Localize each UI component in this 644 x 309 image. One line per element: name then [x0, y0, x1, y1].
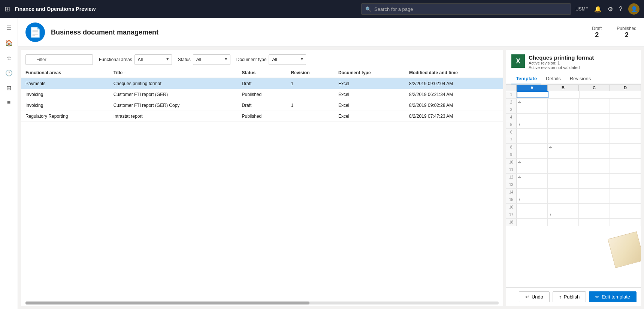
sheet-cell[interactable]: [610, 166, 641, 173]
tab-details[interactable]: Details: [541, 74, 565, 84]
sheet-cell[interactable]: [610, 114, 641, 121]
undo-button[interactable]: ↩ Undo: [519, 291, 550, 302]
sheet-cell[interactable]: [579, 189, 610, 196]
sidebar-item-home[interactable]: 🏠: [2, 36, 16, 50]
publish-button[interactable]: ↑ Publish: [553, 291, 586, 302]
sheet-cell[interactable]: [610, 204, 641, 211]
sheet-cell[interactable]: [610, 99, 641, 106]
sheet-cell[interactable]: [517, 91, 548, 98]
sheet-cell[interactable]: -/-: [548, 144, 579, 151]
sheet-cell[interactable]: [517, 189, 548, 196]
sheet-cell[interactable]: -/-: [517, 159, 548, 166]
table-row[interactable]: PaymentsCheques printing formatDraft1Exc…: [21, 78, 503, 89]
app-grid-icon[interactable]: ⊞: [4, 5, 10, 13]
status-select[interactable]: All: [193, 54, 230, 65]
sheet-cell[interactable]: [548, 151, 579, 158]
sheet-cell[interactable]: [548, 136, 579, 143]
sheet-cell[interactable]: [610, 219, 641, 226]
sheet-cell[interactable]: [579, 181, 610, 188]
sheet-cell[interactable]: [579, 211, 610, 218]
document-type-select[interactable]: All: [269, 54, 306, 65]
sheet-cell[interactable]: -/-: [517, 121, 548, 128]
sheet-cell[interactable]: [548, 174, 579, 181]
sheet-cell[interactable]: [579, 166, 610, 173]
table-row[interactable]: Regulatory ReportingIntrastat reportPubl…: [21, 111, 503, 122]
sheet-cell[interactable]: [610, 106, 641, 113]
settings-icon[interactable]: ⚙: [608, 6, 613, 13]
sheet-cell[interactable]: [548, 189, 579, 196]
tab-revisions[interactable]: Revisions: [565, 74, 595, 84]
sheet-cell[interactable]: [610, 211, 641, 218]
sheet-cell[interactable]: [548, 106, 579, 113]
avatar[interactable]: 👤: [628, 3, 640, 15]
sheet-cell[interactable]: [610, 151, 641, 158]
sheet-cell[interactable]: [580, 91, 610, 98]
sheet-cell[interactable]: [610, 144, 641, 151]
sheet-cell[interactable]: -/-: [548, 211, 579, 218]
sheet-cell[interactable]: [517, 211, 548, 218]
sheet-cell[interactable]: [610, 91, 641, 98]
sheet-cell[interactable]: [579, 106, 610, 113]
sheet-cell[interactable]: [548, 204, 579, 211]
sheet-cell[interactable]: [548, 99, 579, 106]
row-number: 3: [506, 106, 517, 113]
filter-input[interactable]: [25, 54, 93, 65]
sheet-cell[interactable]: [610, 121, 641, 128]
sheet-cell[interactable]: [517, 106, 548, 113]
help-icon[interactable]: ?: [619, 6, 622, 12]
sheet-cell[interactable]: [517, 144, 548, 151]
sheet-cell[interactable]: [579, 129, 610, 136]
sheet-cell[interactable]: [610, 189, 641, 196]
sheet-cell[interactable]: [579, 136, 610, 143]
sheet-cell[interactable]: [548, 159, 579, 166]
sheet-cell[interactable]: [610, 181, 641, 188]
table-row[interactable]: InvoicingCustomer FTI report (GER) CopyD…: [21, 100, 503, 111]
sheet-cell[interactable]: [517, 181, 548, 188]
sheet-cell[interactable]: -/-: [517, 99, 548, 106]
table-row[interactable]: InvoicingCustomer FTI report (GER)Publis…: [21, 89, 503, 100]
sheet-cell[interactable]: [579, 144, 610, 151]
sheet-cell[interactable]: [579, 196, 610, 203]
functional-areas-select[interactable]: All: [134, 54, 172, 65]
sheet-cell[interactable]: [548, 91, 579, 98]
sheet-cell[interactable]: [517, 151, 548, 158]
sheet-cell[interactable]: [548, 196, 579, 203]
sheet-cell[interactable]: -/-: [517, 174, 548, 181]
edit-template-button[interactable]: ✏ Edit template: [589, 291, 637, 302]
sheet-cell[interactable]: [548, 181, 579, 188]
sheet-cell[interactable]: [579, 159, 610, 166]
tab-template[interactable]: Template: [511, 74, 541, 84]
sheet-cell[interactable]: [517, 114, 548, 121]
sheet-cell[interactable]: [610, 129, 641, 136]
sheet-cell[interactable]: [548, 166, 579, 173]
sheet-cell[interactable]: [548, 114, 579, 121]
sheet-cell[interactable]: -/-: [517, 196, 548, 203]
sheet-cell[interactable]: [517, 204, 548, 211]
sheet-cell[interactable]: [579, 121, 610, 128]
sheet-cell[interactable]: [610, 174, 641, 181]
sidebar-item-workspaces[interactable]: ⊞: [2, 81, 16, 94]
sheet-cell[interactable]: [548, 219, 579, 226]
sheet-cell[interactable]: [579, 99, 610, 106]
sheet-cell[interactable]: [610, 136, 641, 143]
search-bar[interactable]: 🔍 Search for a page: [361, 3, 571, 15]
sidebar-item-menu[interactable]: ☰: [2, 21, 16, 34]
sheet-cell[interactable]: [579, 204, 610, 211]
sidebar-item-modules[interactable]: ≡: [2, 96, 16, 110]
sheet-cell[interactable]: [579, 219, 610, 226]
sheet-cell[interactable]: [579, 151, 610, 158]
table-scrollbar[interactable]: [25, 302, 499, 304]
sidebar-item-recent[interactable]: 🕐: [2, 66, 16, 80]
notifications-icon[interactable]: 🔔: [594, 6, 602, 13]
sheet-cell[interactable]: [517, 166, 548, 173]
sheet-cell[interactable]: [517, 219, 548, 226]
sheet-cell[interactable]: [517, 136, 548, 143]
sheet-cell[interactable]: [548, 129, 579, 136]
sheet-cell[interactable]: [517, 129, 548, 136]
sheet-cell[interactable]: [548, 121, 579, 128]
sheet-cell[interactable]: [579, 174, 610, 181]
sheet-cell[interactable]: [610, 196, 641, 203]
sheet-cell[interactable]: [579, 114, 610, 121]
sidebar-item-favorites[interactable]: ☆: [2, 51, 16, 64]
sheet-cell[interactable]: [610, 159, 641, 166]
